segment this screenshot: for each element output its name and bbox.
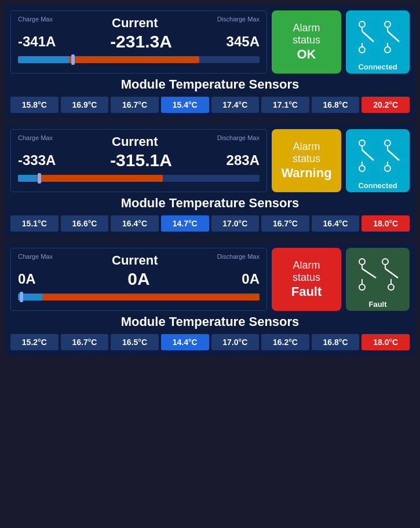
alarm-status-1: OK [297,47,316,62]
temp-cell-2-8: 18.0°C [361,215,410,232]
progress-bar-1 [18,56,260,63]
svg-point-20 [359,259,365,265]
charge-max-val-3: 0A [18,271,36,287]
discharge-max-label-3: Discharge Max [217,253,260,260]
alarm-status-2: Warning [281,166,331,181]
temp-cell-2-6: 16.7°C [261,215,309,232]
svg-point-26 [388,284,394,290]
temp-cell-3-4: 14.4°C [161,334,209,350]
current-val-3: 0A [127,269,149,289]
svg-point-1 [359,47,365,53]
current-section-1: Charge Max Current Discharge Max -341A -… [10,10,267,74]
temp-row-1: 15.8°C16.9°C16.7°C15.4°C17.4°C17.1°C16.8… [10,97,410,113]
progress-bar-fill-3 [18,294,260,300]
alarm-box-3: Alarmstatus Fault [272,248,341,311]
svg-line-29 [385,269,398,278]
panel-3: Charge Max Current Discharge Max 0A 0A 0… [5,242,415,356]
progress-indicator-3 [20,292,23,302]
temp-cell-3-5: 17.0°C [211,334,260,350]
alarm-status-3: Fault [291,284,322,299]
svg-point-0 [359,21,365,27]
charge-max-label-1: Charge Max [18,16,53,23]
temp-cell-1-6: 17.1°C [261,97,309,113]
discharge-max-label-2: Discharge Max [217,134,260,141]
relay-label-3: Fault [368,300,386,309]
charge-max-val-2: -333A [18,152,56,168]
progress-bar-3 [18,294,260,300]
temp-cell-3-1: 15.2°C [10,334,59,350]
progress-bar-fill-1 [18,56,199,63]
temp-cell-3-8: 18.0°C [361,334,410,350]
progress-indicator-2 [38,173,41,184]
svg-line-19 [388,150,399,160]
temp-cell-1-8: 20.2°C [361,97,410,113]
current-label-1: Current [112,16,158,31]
temp-cell-1-3: 16.7°C [111,97,159,113]
svg-point-6 [385,47,390,53]
alarm-title-1: Alarmstatus [293,22,320,47]
temp-cell-1-7: 16.8°C [312,97,360,113]
svg-point-21 [359,284,365,290]
relay-box-2: Connected [346,129,410,192]
svg-point-16 [385,166,390,171]
relay-icon-1 [352,14,404,60]
temp-cell-1-2: 16.9°C [61,97,109,113]
temp-cell-3-7: 16.8°C [312,334,360,350]
temp-title-2: Module Temperature Sensors [10,196,410,211]
progress-indicator-1 [71,54,75,65]
svg-line-4 [362,31,374,42]
current-section-3: Charge Max Current Discharge Max 0A 0A 0… [10,248,267,311]
alarm-box-1: Alarmstatus OK [272,10,341,74]
current-label-2: Current [112,134,158,149]
temp-section-2: Module Temperature Sensors 15.1°C16.6°C1… [10,196,410,232]
relay-icon-3 [352,251,404,298]
relay-box-1: Connected [346,10,410,74]
relay-icon-2 [352,133,404,179]
discharge-max-val-1: 345A [227,34,260,50]
progress-bar-2 [18,175,260,182]
temp-section-3: Module Temperature Sensors 15.2°C16.7°C1… [10,314,410,350]
discharge-max-label-1: Discharge Max [217,16,260,23]
alarm-box-2: Alarmstatus Warning [272,129,341,192]
temp-cell-2-4: 14.7°C [161,215,209,232]
current-val-1: -231.3A [110,32,172,52]
charge-max-label-2: Charge Max [18,134,53,141]
temp-cell-3-2: 16.7°C [61,334,109,350]
temp-cell-2-3: 16.4°C [111,215,159,232]
discharge-max-val-2: 283A [227,152,260,168]
temp-cell-3-6: 16.2°C [261,334,309,350]
current-label-3: Current [112,253,158,268]
alarm-title-2: Alarmstatus [293,141,320,166]
temp-cell-2-7: 16.4°C [312,215,360,232]
temp-title-3: Module Temperature Sensors [10,314,410,329]
temp-row-3: 15.2°C16.7°C16.5°C14.4°C17.0°C16.2°C16.8… [10,334,410,350]
charge-max-val-1: -341A [18,34,56,50]
alarm-title-3: Alarmstatus [293,259,320,284]
current-val-2: -315.1A [110,151,172,170]
svg-line-9 [388,31,399,42]
svg-point-11 [359,166,365,171]
svg-line-14 [362,150,374,160]
temp-cell-1-1: 15.8°C [10,97,59,113]
temp-section-1: Module Temperature Sensors 15.8°C16.9°C1… [10,77,410,113]
panel-1: Charge Max Current Discharge Max -341A -… [5,5,415,119]
relay-box-3: Fault [346,248,410,311]
temp-cell-1-5: 17.4°C [211,97,260,113]
relay-label-1: Connected [358,63,397,71]
temp-cell-2-1: 15.1°C [10,215,59,232]
svg-point-10 [359,140,365,146]
temp-cell-2-5: 17.0°C [211,215,260,232]
temp-cell-2-2: 16.6°C [61,215,109,232]
temp-cell-3-3: 16.5°C [111,334,159,350]
temp-row-2: 15.1°C16.6°C16.4°C14.7°C17.0°C16.7°C16.4… [10,215,410,232]
temp-cell-1-4: 15.4°C [161,97,209,113]
relay-label-2: Connected [358,181,397,190]
svg-point-5 [385,21,390,27]
svg-line-24 [362,269,376,278]
temp-title-1: Module Temperature Sensors [10,77,410,92]
discharge-max-val-3: 0A [242,271,260,287]
current-section-2: Charge Max Current Discharge Max -333A -… [10,129,267,192]
svg-point-25 [382,259,388,265]
charge-max-label-3: Charge Max [18,253,53,260]
svg-point-15 [385,140,390,146]
